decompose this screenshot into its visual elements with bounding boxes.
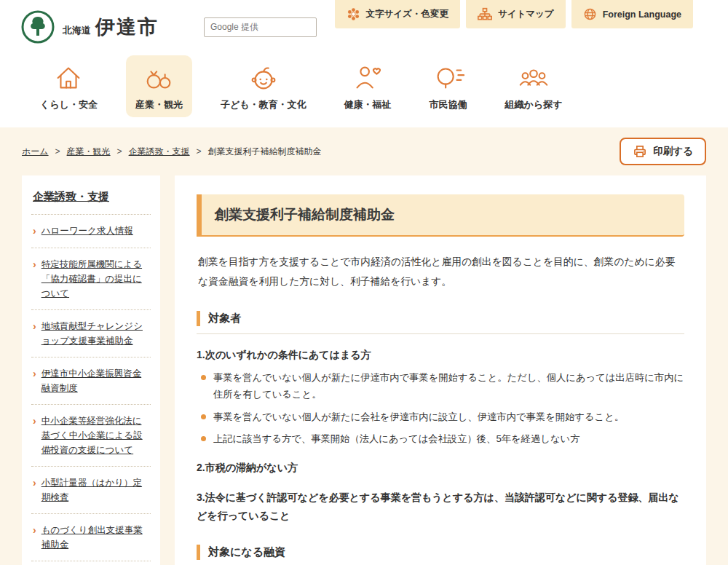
sidebar-link[interactable]: 小型計量器（はかり）定期検査 (41, 475, 149, 505)
site-title: 北海道 伊達市 (63, 14, 159, 40)
global-nav: くらし・安全 産業・観光 (0, 54, 728, 127)
tool-label: Foreign Language (603, 9, 681, 20)
nav-label: 産業・観光 (135, 98, 183, 111)
section-heading-loans: 対象になる融資 (197, 545, 684, 565)
nav-item-sangyo[interactable]: 産業・観光 (126, 55, 192, 117)
chevron-right-icon: › (33, 414, 36, 457)
sidebar-item[interactable]: › ハローワーク求人情報 (31, 215, 151, 248)
chevron-right-icon: › (33, 366, 36, 395)
chevron-right-icon: › (33, 257, 36, 301)
sidebar-title[interactable]: 企業誘致・支援 (31, 189, 151, 215)
main-content: 創業支援利子補給制度補助金 創業を目指す方を支援することで市内経済の活性化と雇用… (175, 175, 706, 565)
sidebar-item[interactable]: › 小型計量器（はかり）定期検査 (31, 467, 151, 514)
nav-item-kodomo[interactable]: 子ども・教育・文化 (211, 55, 316, 117)
nav-item-soshiki[interactable]: 組織から探す (496, 55, 572, 117)
chevron-right-icon: › (33, 523, 36, 552)
chevron-right-icon: › (33, 224, 36, 239)
breadcrumb: ホーム > 産業・観光 > 企業誘致・支援 > 創業支援利子補給制度補助金 (22, 146, 322, 158)
sidebar-list: › ハローワーク求人情報 › 特定技能所属機関による「協力確認書」の提出について… (31, 215, 151, 561)
site-prefecture: 北海道 (63, 24, 91, 37)
site-header: 北海道 伊達市 文字サイズ・色変更 (0, 0, 728, 54)
page-title: 創業支援利子補給制度補助金 (197, 194, 684, 237)
sidebar-link[interactable]: 特定技能所属機関による「協力確認書」の提出について (41, 257, 149, 301)
health-icon (351, 61, 384, 95)
nav-label: 健康・福祉 (344, 98, 392, 111)
citizen-icon (432, 61, 465, 95)
sidebar-item[interactable]: › 特定技能所属機関による「協力確認書」の提出について (31, 248, 151, 310)
condition-2: 2.市税の滞納がない方 (197, 459, 684, 477)
breadcrumb-home[interactable]: ホーム (22, 146, 49, 158)
nav-item-kurashi[interactable]: くらし・安全 (31, 55, 107, 117)
list-item: 事業を営んでいない個人が新たに伊達市内で事業を開始すること。ただし、個人にあって… (201, 369, 684, 403)
heading-accent-bar (197, 311, 200, 326)
sitemap-icon (478, 7, 492, 22)
sidebar-link[interactable]: ハローワーク求人情報 (41, 224, 133, 239)
nav-label: 市民協働 (430, 98, 467, 111)
breadcrumb-kigyo[interactable]: 企業誘致・支援 (129, 146, 190, 158)
nav-item-shimin[interactable]: 市民協働 (420, 55, 477, 117)
list-item: 事業を営んでいない個人が新たに会社を伊達市内に設立し、伊達市内で事業を開始するこ… (201, 408, 684, 425)
house-icon (52, 61, 85, 95)
breadcrumb-current: 創業支援利子補給制度補助金 (208, 146, 322, 158)
breadcrumb-row: ホーム > 産業・観光 > 企業誘致・支援 > 創業支援利子補給制度補助金 印刷… (0, 127, 728, 173)
globe-icon (583, 7, 597, 21)
sitemap-button[interactable]: サイトマップ (466, 0, 566, 28)
condition-1-list: 事業を営んでいない個人が新たに伊達市内で事業を開始すること。ただし、個人にあって… (197, 369, 684, 447)
sidebar: 企業誘致・支援 › ハローワーク求人情報 › 特定技能所属機関による「協力確認書… (22, 175, 160, 565)
header-tools: 文字サイズ・色変更 サイトマップ (335, 0, 694, 28)
page: 北海道 伊達市 文字サイズ・色変更 (0, 0, 728, 565)
nav-label: 子ども・教育・文化 (221, 98, 306, 111)
city-emblem-icon (20, 9, 55, 44)
list-item: 上記に該当する方で、事業開始（法人にあっては会社設立）後、5年を経過しない方 (201, 430, 684, 447)
foreign-language-button[interactable]: Foreign Language (571, 0, 693, 28)
produce-icon (142, 61, 175, 95)
breadcrumb-separator: > (197, 146, 202, 157)
sidebar-link[interactable]: ものづくり創出支援事業補助金 (41, 523, 149, 552)
print-button-label: 印刷する (653, 145, 693, 158)
site-name: 伊達市 (95, 14, 159, 40)
site-top: 北海道 伊達市 文字サイズ・色変更 (0, 0, 728, 127)
printer-icon (633, 144, 647, 159)
tool-label: サイトマップ (498, 8, 554, 20)
group-icon (517, 61, 550, 95)
site-logo[interactable]: 北海道 伊達市 (20, 9, 159, 44)
search-input[interactable] (204, 17, 317, 37)
sidebar-item[interactable]: › 中小企業等経営強化法に基づく中小企業による設備投資の支援について (31, 405, 151, 467)
breadcrumb-separator: > (55, 146, 60, 157)
sidebar-item[interactable]: › 伊達市中小企業振興資金融資制度 (31, 357, 151, 405)
intro-text: 創業を目指す方を支援することで市内経済の活性化と雇用の創出を図ることを目的に、創… (198, 253, 683, 292)
content: 企業誘致・支援 › ハローワーク求人情報 › 特定技能所属機関による「協力確認書… (0, 173, 728, 565)
sidebar-link[interactable]: 中小企業等経営強化法に基づく中小企業による設備投資の支援について (41, 414, 149, 457)
condition-3: 3.法令に基づく許認可などを必要とする事業を営もうとする方は、当該許認可などに関… (197, 489, 684, 525)
nav-label: くらし・安全 (40, 98, 98, 111)
section-heading-label: 対象になる融資 (208, 545, 285, 559)
breadcrumb-sangyo[interactable]: 産業・観光 (67, 146, 111, 158)
section-heading-target: 対象者 (197, 311, 684, 334)
tool-label: 文字サイズ・色変更 (366, 8, 448, 20)
sidebar-link[interactable]: 伊達市中小企業振興資金融資制度 (41, 366, 149, 395)
nav-label: 組織から探す (505, 98, 563, 111)
condition-1: 1.次のいずれかの条件にあてはまる方 (197, 346, 684, 364)
heading-accent-bar (197, 545, 200, 560)
flower-icon (347, 7, 360, 21)
breadcrumb-separator: > (117, 146, 122, 157)
sidebar-item[interactable]: › ものづくり創出支援事業補助金 (31, 514, 151, 561)
print-button[interactable]: 印刷する (620, 138, 706, 165)
chevron-right-icon: › (33, 475, 36, 505)
section-heading-label: 対象者 (208, 312, 241, 325)
baby-icon (247, 61, 280, 95)
nav-item-kenko[interactable]: 健康・福祉 (335, 55, 401, 117)
text-size-color-button[interactable]: 文字サイズ・色変更 (335, 0, 460, 28)
sidebar-link[interactable]: 地域貢献型チャレンジショップ支援事業補助金 (41, 319, 149, 348)
sidebar-item[interactable]: › 地域貢献型チャレンジショップ支援事業補助金 (31, 310, 151, 357)
chevron-right-icon: › (33, 319, 36, 348)
